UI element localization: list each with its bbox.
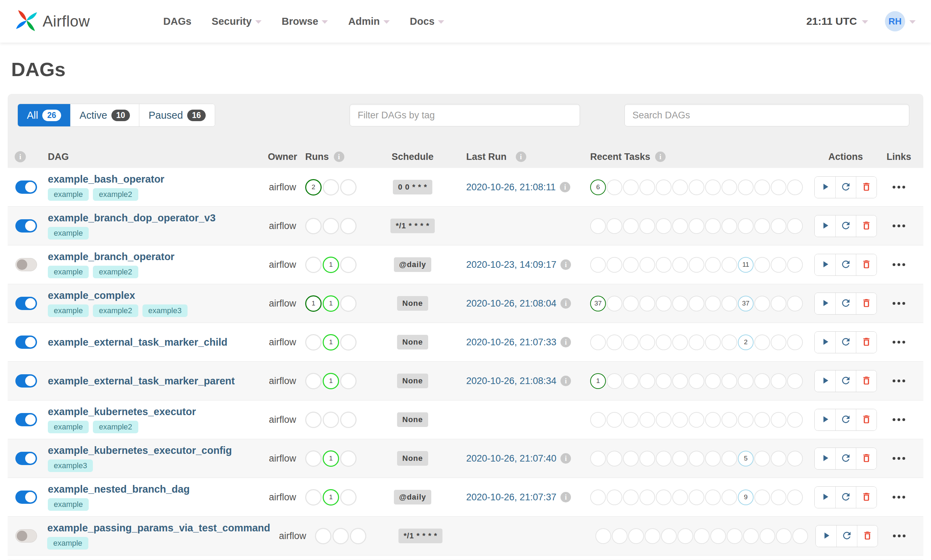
dag-name-link[interactable]: example_branch_dop_operator_v3	[48, 212, 215, 224]
recent-task-circle[interactable]	[754, 296, 770, 311]
recent-task-circle[interactable]	[656, 451, 671, 466]
recent-task-circle[interactable]	[606, 412, 622, 428]
recent-task-circle[interactable]	[656, 373, 671, 389]
trigger-dag-button[interactable]	[815, 254, 835, 275]
delete-dag-button[interactable]	[856, 254, 877, 275]
nav-item-admin[interactable]: Admin	[348, 16, 389, 27]
trigger-dag-button[interactable]	[815, 215, 835, 237]
recent-task-circle[interactable]	[672, 180, 688, 195]
dag-tag[interactable]: example3	[48, 460, 93, 472]
recent-task-circle[interactable]	[705, 412, 721, 428]
dag-pause-toggle[interactable]	[15, 180, 37, 194]
recent-task-circle[interactable]	[710, 528, 726, 544]
run-state-circle-success[interactable]: 1	[305, 295, 322, 312]
recent-task-circle[interactable]	[639, 489, 655, 505]
recent-task-circle[interactable]	[771, 412, 786, 428]
recent-task-circle[interactable]	[787, 451, 803, 466]
dag-name-link[interactable]: example_external_task_marker_child	[48, 337, 227, 348]
recent-task-circle[interactable]	[672, 218, 688, 234]
recent-task-circle[interactable]	[727, 528, 742, 544]
run-state-circle-success[interactable]	[305, 489, 322, 506]
recent-task-circle[interactable]	[722, 218, 737, 234]
recent-task-circle[interactable]	[771, 218, 786, 234]
refresh-dag-button[interactable]	[835, 177, 856, 198]
run-state-circle-success[interactable]	[305, 257, 322, 273]
recent-task-circle[interactable]	[639, 180, 655, 195]
recent-task-circle[interactable]	[606, 334, 622, 350]
run-state-circle-success[interactable]	[305, 334, 322, 351]
dag-pause-toggle[interactable]	[15, 335, 37, 349]
recent-task-circle[interactable]	[689, 373, 704, 389]
recent-task-circle[interactable]	[722, 257, 737, 273]
recent-task-circle[interactable]	[689, 412, 704, 428]
recent-task-circle[interactable]	[754, 334, 770, 350]
refresh-dag-button[interactable]	[835, 254, 856, 275]
ellipsis-icon[interactable]	[893, 186, 905, 189]
dag-name-link[interactable]: example_passing_params_via_test_command	[47, 522, 270, 534]
run-state-circle-running[interactable]	[332, 528, 349, 544]
recent-task-circle[interactable]	[656, 489, 671, 505]
dag-name-link[interactable]: example_bash_operator	[48, 174, 165, 185]
dag-pause-toggle[interactable]	[15, 452, 37, 465]
recent-task-circle[interactable]	[705, 489, 721, 505]
last-run-link[interactable]: 2020-10-26, 21:08:11	[466, 182, 556, 193]
recent-task-circle[interactable]	[705, 296, 721, 311]
recent-task-circle[interactable]	[771, 373, 786, 389]
recent-task-circle[interactable]	[689, 180, 704, 195]
recent-task-circle[interactable]	[787, 373, 803, 389]
recent-task-circle[interactable]	[639, 451, 655, 466]
recent-task-circle[interactable]	[787, 334, 803, 350]
run-state-circle-failed[interactable]	[340, 334, 357, 351]
recent-task-circle[interactable]	[612, 528, 628, 544]
recent-task-circle[interactable]	[754, 489, 770, 505]
recent-task-circle[interactable]	[787, 412, 803, 428]
recent-task-circle[interactable]: 11	[738, 257, 754, 273]
dag-tag[interactable]: example	[48, 421, 89, 433]
recent-task-circle[interactable]	[606, 373, 622, 389]
dag-tag[interactable]: example	[48, 188, 89, 201]
delete-dag-button[interactable]	[856, 448, 877, 469]
recent-task-circle[interactable]	[672, 296, 688, 311]
dag-tag[interactable]: example	[48, 498, 89, 511]
run-state-circle-failed[interactable]	[340, 218, 357, 234]
recent-task-circle[interactable]	[754, 451, 770, 466]
recent-task-circle[interactable]	[606, 180, 622, 195]
refresh-dag-button[interactable]	[835, 293, 856, 314]
recent-task-circle[interactable]	[689, 489, 704, 505]
recent-task-circle[interactable]	[705, 257, 721, 273]
delete-dag-button[interactable]	[856, 177, 877, 198]
ellipsis-icon[interactable]	[893, 302, 905, 305]
refresh-dag-button[interactable]	[835, 409, 856, 431]
last-run-link[interactable]: 2020-10-26, 21:07:37	[466, 492, 556, 503]
refresh-dag-button[interactable]	[835, 332, 856, 353]
run-state-circle-success[interactable]: 2	[305, 179, 322, 195]
recent-task-circle[interactable]	[705, 180, 721, 195]
run-state-circle-failed[interactable]	[340, 412, 357, 428]
delete-dag-button[interactable]	[856, 371, 877, 392]
dag-tag[interactable]: example	[48, 266, 89, 278]
recent-task-circle[interactable]	[672, 489, 688, 505]
recent-task-circle[interactable]	[694, 528, 709, 544]
recent-task-circle[interactable]	[590, 334, 606, 350]
dag-pause-toggle[interactable]	[15, 219, 37, 232]
recent-task-circle[interactable]	[776, 528, 792, 544]
run-state-circle-running[interactable]	[323, 218, 339, 234]
ellipsis-icon[interactable]	[893, 263, 905, 266]
recent-task-circle[interactable]	[623, 218, 639, 234]
recent-task-circle[interactable]	[590, 257, 606, 273]
recent-task-circle[interactable]	[771, 180, 786, 195]
recent-task-circle[interactable]	[672, 334, 688, 350]
run-state-circle-running[interactable]: 1	[323, 450, 339, 467]
refresh-dag-button[interactable]	[836, 525, 857, 547]
recent-task-circle[interactable]	[656, 412, 671, 428]
tab-paused[interactable]: Paused 16	[139, 104, 215, 126]
recent-task-circle[interactable]	[705, 373, 721, 389]
dag-tag[interactable]: example	[48, 227, 89, 240]
dag-pause-toggle[interactable]	[15, 529, 37, 543]
dag-name-link[interactable]: example_kubernetes_executor_config	[48, 445, 232, 456]
recent-task-circle[interactable]: 5	[738, 451, 754, 466]
run-state-circle-failed[interactable]	[340, 373, 357, 389]
recent-task-circle[interactable]	[738, 373, 754, 389]
recent-task-circle[interactable]	[738, 218, 754, 234]
recent-task-circle[interactable]	[623, 257, 639, 273]
